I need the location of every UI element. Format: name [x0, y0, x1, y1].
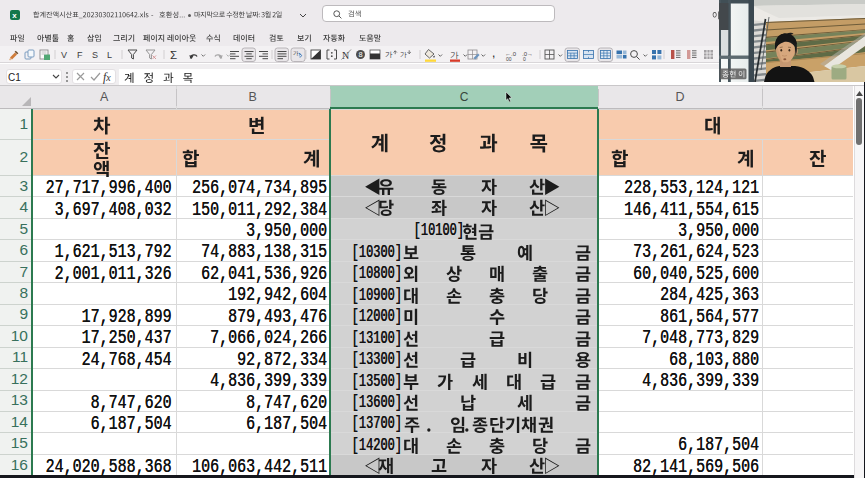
svg-text:00: 00: [506, 56, 512, 62]
svg-text:,: ,: [492, 46, 495, 60]
svg-text:Σ: Σ: [170, 49, 177, 61]
svg-text:가: 가: [385, 50, 393, 59]
svg-text:S: S: [92, 50, 98, 60]
svg-text:8: 8: [358, 50, 362, 59]
svg-text:F: F: [77, 50, 83, 60]
svg-text:가: 가: [450, 50, 459, 60]
svg-text:가: 가: [293, 50, 299, 56]
svg-text:x: x: [12, 11, 17, 20]
svg-text:V: V: [61, 50, 67, 60]
svg-text:0: 0: [523, 56, 526, 62]
svg-text:L: L: [107, 50, 112, 60]
svg-text:가: 가: [400, 51, 407, 58]
